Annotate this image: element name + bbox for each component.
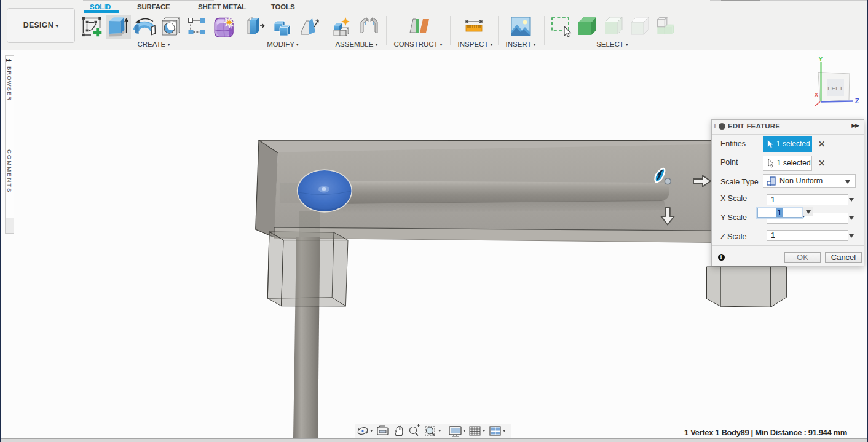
svg-text:X: X xyxy=(815,91,819,98)
svg-text:Y: Y xyxy=(819,55,823,62)
svg-text:Z: Z xyxy=(855,97,859,105)
svg-text:LEFT: LEFT xyxy=(827,85,843,92)
